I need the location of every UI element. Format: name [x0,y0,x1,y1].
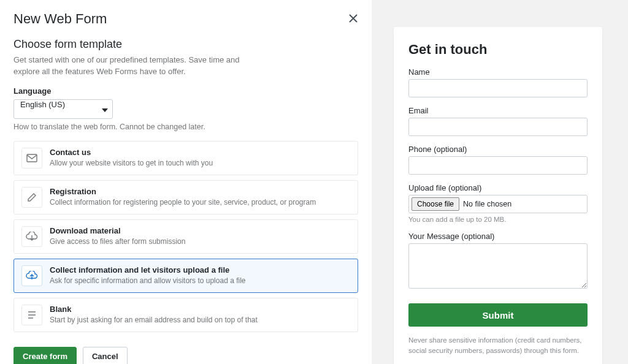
preview-title: Get in touch [408,42,588,58]
pencil-icon [21,187,42,208]
language-label: Language [13,86,358,96]
cloud-download-icon [21,226,42,247]
template-list: Contact us Allow your website visitors t… [13,141,358,332]
preview-card: Get in touch Name Email Phone (optional)… [394,27,602,364]
choose-template-heading: Choose form template [13,38,358,51]
template-blank[interactable]: Blank Start by just asking for an email … [13,298,358,332]
upload-file-field[interactable]: Choose file No file chosen [408,195,588,213]
template-contact-us[interactable]: Contact us Allow your website visitors t… [13,141,358,175]
no-file-text: No file chosen [463,200,511,208]
phone-field[interactable] [408,156,588,175]
template-title: Collect information and let visitors upl… [50,265,245,275]
create-form-button[interactable]: Create form [13,347,77,364]
template-desc: Allow your website visitors to get in to… [50,159,213,167]
template-desc: Start by just asking for an email addres… [50,316,258,324]
cancel-button[interactable]: Cancel [83,347,128,364]
template-description: Get started with one of our predefined t… [13,55,259,78]
template-download-material[interactable]: Download material Give access to files a… [13,219,358,254]
language-hint: How to translate the web form. Cannot be… [13,123,358,131]
name-label: Name [408,67,588,77]
message-field[interactable] [408,243,588,289]
new-web-form-modal: New Web Form Choose form template Get st… [0,0,372,364]
lines-icon [21,305,42,325]
template-collect-upload[interactable]: Collect information and let visitors upl… [13,259,358,293]
modal-title: New Web Form [13,11,358,27]
name-field[interactable] [408,79,588,97]
upload-hint: You can add a file up to 20 MB. [408,216,588,223]
choose-file-button[interactable]: Choose file [412,197,459,211]
cloud-upload-icon [21,265,42,286]
close-icon[interactable] [346,11,361,26]
submit-button[interactable]: Submit [408,303,588,327]
form-preview-panel: Get in touch Name Email Phone (optional)… [372,0,628,364]
template-desc: Give access to files after form submissi… [50,237,185,246]
template-desc: Collect information for registering peop… [50,198,316,207]
template-title: Registration [50,187,316,196]
template-title: Contact us [50,148,213,157]
template-title: Blank [50,305,258,314]
language-select[interactable]: English (US) [13,99,113,119]
template-title: Download material [50,226,185,235]
template-desc: Ask for specific information and allow v… [50,276,245,285]
email-label: Email [408,106,588,115]
upload-label: Upload file (optional) [408,183,588,192]
svg-rect-0 [27,154,37,162]
email-field[interactable] [408,118,588,136]
envelope-icon [21,148,42,169]
template-registration[interactable]: Registration Collect information for reg… [13,180,358,214]
preview-note: Never share sensitive information (credi… [408,335,588,355]
message-label: Your Message (optional) [408,232,588,241]
phone-label: Phone (optional) [408,145,588,154]
